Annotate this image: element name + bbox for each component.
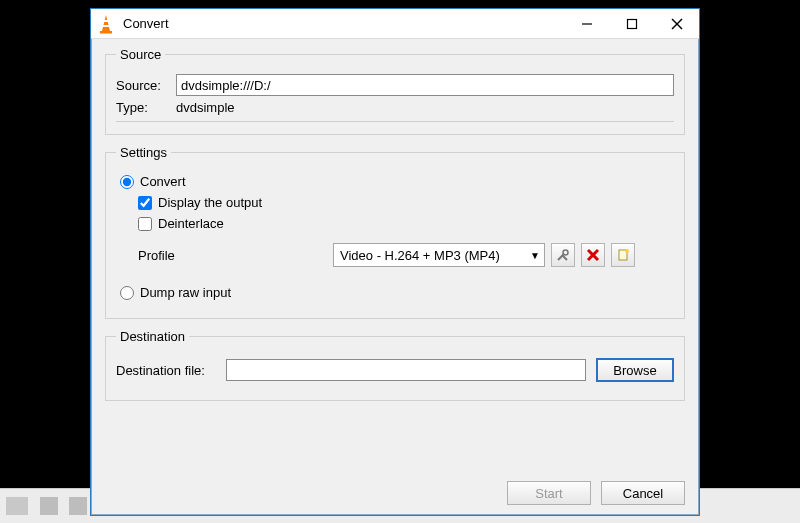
svg-point-14	[625, 249, 629, 253]
profile-label: Profile	[138, 248, 333, 263]
cancel-button[interactable]: Cancel	[601, 481, 685, 505]
new-profile-button[interactable]	[611, 243, 635, 267]
svg-rect-1	[104, 20, 109, 22]
media-control-button[interactable]	[40, 497, 58, 515]
source-legend: Source	[116, 47, 165, 62]
settings-group: Settings Convert Display the output Dein…	[105, 145, 685, 319]
media-control-button[interactable]	[6, 497, 28, 515]
profile-selected-value: Video - H.264 + MP3 (MP4)	[340, 248, 500, 263]
maximize-button[interactable]	[609, 9, 654, 38]
start-button[interactable]: Start	[507, 481, 591, 505]
svg-rect-3	[100, 31, 112, 34]
delete-profile-button[interactable]	[581, 243, 605, 267]
media-control-button[interactable]	[69, 497, 87, 515]
display-output-checkbox[interactable]	[138, 196, 152, 210]
close-button[interactable]	[654, 9, 699, 38]
titlebar: Convert	[91, 9, 699, 39]
destination-file-input[interactable]	[226, 359, 586, 381]
minimize-button[interactable]	[564, 9, 609, 38]
type-label: Type:	[116, 100, 176, 115]
destination-legend: Destination	[116, 329, 189, 344]
chevron-down-icon: ▼	[530, 250, 540, 261]
svg-rect-5	[627, 19, 636, 28]
type-value: dvdsimple	[176, 100, 235, 115]
source-label: Source:	[116, 78, 176, 93]
svg-rect-2	[103, 25, 110, 27]
source-input[interactable]	[176, 74, 674, 96]
convert-dialog: Convert Source Source:	[90, 8, 700, 516]
convert-radio-label: Convert	[140, 174, 186, 189]
profile-combobox[interactable]: Video - H.264 + MP3 (MP4) ▼	[333, 243, 545, 267]
settings-legend: Settings	[116, 145, 171, 160]
svg-line-10	[562, 255, 567, 260]
dialog-buttons: Start Cancel	[497, 481, 685, 505]
window-title: Convert	[123, 16, 564, 31]
dump-raw-radio[interactable]	[120, 286, 134, 300]
red-x-icon	[586, 248, 600, 262]
svg-point-9	[563, 250, 568, 255]
dump-raw-label: Dump raw input	[140, 285, 231, 300]
vlc-cone-icon	[97, 14, 115, 34]
destination-group: Destination Destination file: Browse	[105, 329, 685, 401]
divider	[116, 121, 674, 122]
destination-file-label: Destination file:	[116, 363, 226, 378]
tools-icon	[556, 248, 570, 262]
deinterlace-checkbox[interactable]	[138, 217, 152, 231]
source-group: Source Source: Type: dvdsimple	[105, 47, 685, 135]
deinterlace-label: Deinterlace	[158, 216, 224, 231]
display-output-label: Display the output	[158, 195, 262, 210]
new-file-icon	[616, 248, 630, 262]
browse-button[interactable]: Browse	[596, 358, 674, 382]
convert-radio[interactable]	[120, 175, 134, 189]
edit-profile-button[interactable]	[551, 243, 575, 267]
svg-marker-0	[102, 15, 110, 31]
